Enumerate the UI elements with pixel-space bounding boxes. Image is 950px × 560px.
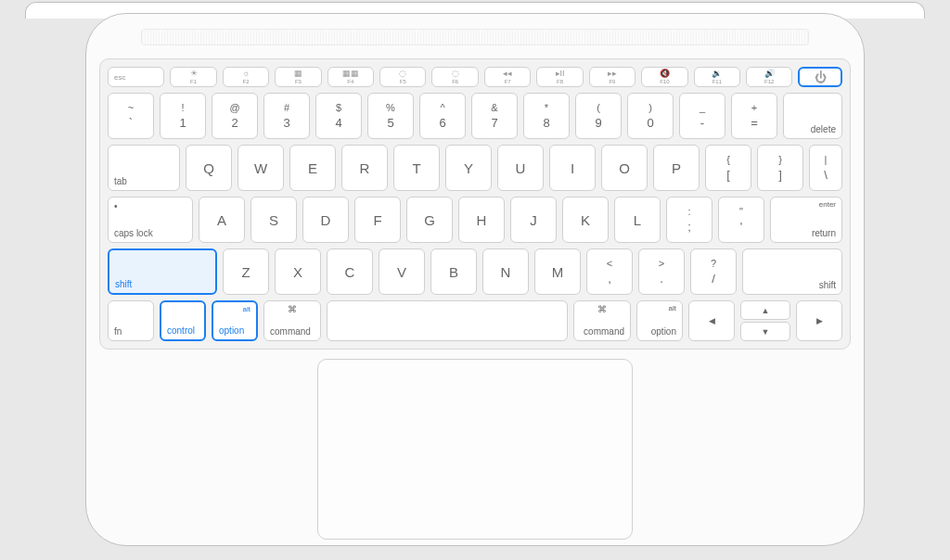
key-c[interactable]: C	[327, 248, 373, 295]
key-power[interactable]: ⏻	[798, 67, 841, 87]
key-right-command[interactable]: ⌘command	[573, 300, 631, 341]
key-l[interactable]: L	[614, 197, 661, 243]
key-s[interactable]: S	[250, 197, 297, 243]
home-row: •caps lock A S D F G H J K L :; "' enter…	[108, 197, 842, 243]
key-left-command[interactable]: ⌘command	[263, 300, 321, 341]
key-capslock[interactable]: •caps lock	[108, 197, 193, 243]
key-x[interactable]: X	[275, 248, 321, 295]
laptop-body: esc ☀F1 ☼F2 ▦F3 ▦▦F4 ◌F5 ◌F6 ◂◂F7 ▸IIF8 …	[85, 13, 865, 546]
key-f11[interactable]: 🔉F11	[694, 67, 740, 87]
key-g[interactable]: G	[406, 197, 453, 243]
trackpad[interactable]	[317, 359, 633, 540]
key-j[interactable]: J	[510, 197, 557, 243]
key-f2[interactable]: ☼F2	[223, 67, 269, 87]
key-backtick[interactable]: ~`	[108, 93, 154, 139]
key-6[interactable]: ^6	[419, 93, 466, 139]
key-return[interactable]: enterreturn	[770, 197, 842, 243]
key-comma[interactable]: <,	[586, 248, 633, 295]
key-arrow-right[interactable]: ▶	[796, 300, 842, 341]
key-f5[interactable]: ◌F5	[379, 67, 426, 87]
key-0[interactable]: )0	[627, 93, 674, 139]
key-rbracket[interactable]: }]	[757, 145, 803, 191]
key-h[interactable]: H	[458, 197, 505, 243]
arrow-right-icon: ▶	[816, 316, 823, 325]
key-delete[interactable]: delete	[783, 93, 842, 139]
key-arrow-left[interactable]: ◀	[688, 300, 735, 341]
key-f9[interactable]: ▸▸F9	[589, 67, 635, 87]
key-quote[interactable]: "'	[718, 197, 764, 243]
key-left-shift[interactable]: shift	[108, 248, 217, 295]
key-equals[interactable]: +=	[731, 93, 777, 139]
number-row: ~` !1 @2 #3 $4 %5 ^6 &7 *8 (9 )0 _- += d…	[108, 93, 842, 139]
key-lbracket[interactable]: {[	[705, 145, 751, 191]
key-5[interactable]: %5	[367, 93, 414, 139]
key-i[interactable]: I	[549, 145, 596, 191]
key-y[interactable]: Y	[445, 145, 492, 191]
key-o[interactable]: O	[601, 145, 648, 191]
key-z[interactable]: Z	[223, 248, 269, 295]
key-arrow-up[interactable]: ▲	[740, 300, 790, 320]
key-d[interactable]: D	[302, 197, 349, 243]
key-p[interactable]: P	[653, 145, 700, 191]
function-row: esc ☀F1 ☼F2 ▦F3 ▦▦F4 ◌F5 ◌F6 ◂◂F7 ▸IIF8 …	[108, 67, 842, 87]
key-9[interactable]: (9	[575, 93, 622, 139]
key-1[interactable]: !1	[160, 93, 206, 139]
key-f7[interactable]: ◂◂F7	[484, 67, 531, 87]
key-8[interactable]: *8	[523, 93, 570, 139]
arrow-up-icon: ▲	[762, 306, 770, 315]
key-right-option[interactable]: altoption	[636, 300, 683, 341]
key-r[interactable]: R	[341, 145, 388, 191]
arrow-left-icon: ◀	[709, 316, 715, 325]
key-semicolon[interactable]: :;	[666, 197, 712, 243]
key-3[interactable]: #3	[263, 93, 310, 139]
key-f3[interactable]: ▦F3	[275, 67, 321, 87]
key-v[interactable]: V	[379, 248, 425, 295]
key-left-option[interactable]: altoption	[212, 300, 258, 341]
key-t[interactable]: T	[393, 145, 440, 191]
key-w[interactable]: W	[238, 145, 284, 191]
key-f12[interactable]: 🔊F12	[746, 67, 792, 87]
key-n[interactable]: N	[482, 248, 529, 295]
key-control[interactable]: control	[160, 300, 206, 341]
key-2[interactable]: @2	[212, 93, 258, 139]
key-f1[interactable]: ☀F1	[170, 67, 216, 87]
bottom-row: fn control altoption ⌘command ⌘command a…	[108, 300, 842, 341]
key-e[interactable]: E	[289, 145, 336, 191]
key-fn[interactable]: fn	[108, 300, 154, 341]
key-f[interactable]: F	[354, 197, 401, 243]
command-icon: ⌘	[597, 304, 607, 314]
arrow-down-icon: ▼	[762, 327, 770, 337]
key-right-shift[interactable]: shift	[742, 248, 842, 295]
key-7[interactable]: &7	[471, 93, 518, 139]
key-minus[interactable]: _-	[679, 93, 725, 139]
key-4[interactable]: $4	[315, 93, 362, 139]
key-a[interactable]: A	[199, 197, 245, 243]
keyboard: esc ☀F1 ☼F2 ▦F3 ▦▦F4 ◌F5 ◌F6 ◂◂F7 ▸IIF8 …	[99, 58, 851, 350]
key-m[interactable]: M	[534, 248, 581, 295]
key-arrow-down[interactable]: ▼	[740, 322, 790, 341]
key-period[interactable]: >.	[638, 248, 685, 295]
command-icon: ⌘	[288, 304, 297, 314]
key-k[interactable]: K	[562, 197, 609, 243]
key-b[interactable]: B	[430, 248, 477, 295]
key-f4[interactable]: ▦▦F4	[327, 67, 374, 87]
key-f10[interactable]: 🔇F10	[641, 67, 687, 87]
key-f8[interactable]: ▸IIF8	[536, 67, 583, 87]
shift-row: shift Z X C V B N M <, >. ?/ shift	[108, 248, 842, 295]
key-spacebar[interactable]	[327, 300, 568, 341]
key-f6[interactable]: ◌F6	[431, 67, 478, 87]
key-u[interactable]: U	[497, 145, 544, 191]
power-icon: ⏻	[815, 70, 827, 84]
key-esc[interactable]: esc	[108, 67, 164, 87]
speaker-grille	[141, 29, 809, 45]
qwerty-row: tab Q W E R T Y U I O P {[ }] |\	[108, 145, 842, 191]
key-slash[interactable]: ?/	[690, 248, 737, 295]
key-q[interactable]: Q	[186, 145, 232, 191]
key-backslash[interactable]: |\	[809, 145, 842, 191]
macbook-diagram: esc ☀F1 ☼F2 ▦F3 ▦▦F4 ◌F5 ◌F6 ◂◂F7 ▸IIF8 …	[39, 2, 911, 558]
key-arrow-updown: ▲ ▼	[740, 300, 790, 341]
key-tab[interactable]: tab	[108, 145, 180, 191]
